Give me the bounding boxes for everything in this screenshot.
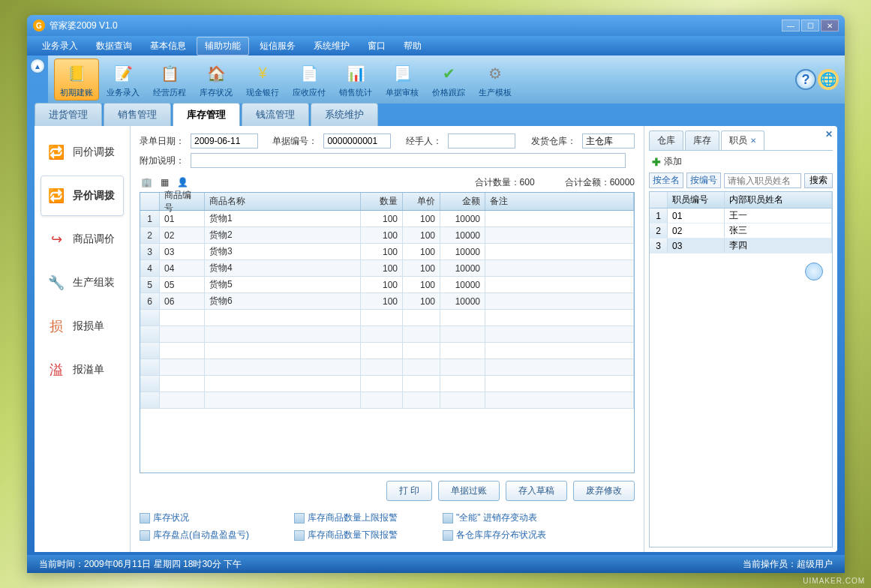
titlebar[interactable]: G 管家婆2009 V1.0 — ☐ ✕ <box>27 15 845 36</box>
sidebar-item-4[interactable]: 损报损单 <box>41 306 124 346</box>
menu-item-1[interactable]: 数据查询 <box>89 38 140 55</box>
col-note[interactable]: 备注 <box>485 193 634 210</box>
add-button[interactable]: ✚ 添加 <box>649 151 833 172</box>
grid-body[interactable]: 101货物110010010000202货物210010010000303货物3… <box>140 211 634 472</box>
tool-库存状况[interactable]: 🏠库存状况 <box>194 58 239 100</box>
menu-item-0[interactable]: 业务录入 <box>35 38 86 55</box>
grid-row[interactable]: 202货物210010010000 <box>140 227 634 244</box>
rp-row[interactable]: 101王一 <box>650 208 832 224</box>
menu-item-3[interactable]: 辅助功能 <box>197 37 249 56</box>
rp-row[interactable]: 303李四 <box>650 238 832 254</box>
grid-row[interactable] <box>140 376 634 392</box>
col-price[interactable]: 单价 <box>403 193 440 210</box>
main-tab-0[interactable]: 进货管理 <box>35 103 102 126</box>
grid-row[interactable]: 606货物610010010000 <box>140 293 634 310</box>
main-tab-2[interactable]: 库存管理 <box>173 103 240 126</box>
rp-col-idx[interactable] <box>650 192 668 208</box>
search-input[interactable] <box>724 173 801 188</box>
menu-item-7[interactable]: 帮助 <box>396 38 429 55</box>
link-item[interactable]: 各仓库库存分布状况表 <box>443 529 546 542</box>
tool-应收应付[interactable]: 📄应收应付 <box>287 58 332 100</box>
main-tab-3[interactable]: 钱流管理 <box>242 103 309 126</box>
person-icon[interactable]: 👤 <box>176 176 189 189</box>
grid-row[interactable] <box>140 359 634 376</box>
col-index[interactable] <box>140 193 160 210</box>
globe-icon[interactable]: 🌐 <box>818 69 839 90</box>
filter-code[interactable]: 按编号 <box>686 172 721 188</box>
cursor-pointer-icon <box>805 262 823 280</box>
link-item[interactable]: 库存商品数量下限报警 <box>294 529 398 542</box>
main-tab-1[interactable]: 销售管理 <box>104 103 171 126</box>
sidebar-item-2[interactable]: ↪商品调价 <box>41 219 124 260</box>
link-item[interactable]: 库存盘点(自动盘盈盘亏) <box>140 529 249 542</box>
col-name[interactable]: 商品名称 <box>205 193 361 210</box>
maximize-button[interactable]: ☐ <box>801 20 819 32</box>
action-废弃修改[interactable]: 废弃修改 <box>573 481 635 501</box>
grid-row[interactable] <box>140 343 634 359</box>
link-item[interactable]: "全能" 进销存变动表 <box>443 512 546 524</box>
warehouse-input[interactable] <box>582 134 635 148</box>
sidebar-item-3[interactable]: 🔧生产组装 <box>41 262 124 303</box>
grid-row[interactable] <box>140 310 634 326</box>
action-存入草稿[interactable]: 存入草稿 <box>506 481 567 501</box>
grid-row[interactable]: 303货物310010010000 <box>140 244 634 260</box>
grid-row[interactable]: 404货物410010010000 <box>140 260 634 277</box>
grid-row[interactable] <box>140 392 634 409</box>
grid-icon-2[interactable]: ▦ <box>158 176 171 189</box>
col-code[interactable]: 商品编号 <box>160 193 205 210</box>
docno-input[interactable] <box>323 134 391 148</box>
action-单据过账[interactable]: 单据过账 <box>438 481 500 501</box>
rp-tab-1[interactable]: 库存 <box>685 130 719 150</box>
menu-item-6[interactable]: 窗口 <box>360 38 393 55</box>
sidebar-item-0[interactable]: 🔁同价调拨 <box>41 132 124 172</box>
main-tab-4[interactable]: 系统维护 <box>311 103 378 126</box>
side-icon: 🔁 <box>47 143 65 161</box>
panel-close-icon[interactable]: ✕ <box>825 129 833 140</box>
status-operator: 当前操作员：超级用户 <box>743 558 833 571</box>
note-input[interactable] <box>191 153 626 168</box>
rp-header: 职员编号 内部职员姓名 <box>650 192 832 208</box>
rp-tab-0[interactable]: 仓库 <box>649 130 683 150</box>
link-item[interactable]: 库存商品数量上限报警 <box>294 512 398 524</box>
tool-销售统计[interactable]: 📊销售统计 <box>333 58 378 100</box>
rp-col-code[interactable]: 职员编号 <box>668 192 725 208</box>
date-input[interactable] <box>191 134 258 148</box>
window-controls: — ☐ ✕ <box>782 20 839 32</box>
tool-经营历程[interactable]: 📋经营历程 <box>147 58 192 100</box>
handler-input[interactable] <box>448 134 515 148</box>
sidebar-item-1[interactable]: 🔁异价调拨 <box>41 176 124 216</box>
col-qty[interactable]: 数量 <box>361 193 403 210</box>
search-button[interactable]: 搜索 <box>804 173 833 188</box>
tool-价格跟踪[interactable]: ✔价格跟踪 <box>426 58 471 100</box>
grid-row[interactable] <box>140 326 634 343</box>
tool-生产模板[interactable]: ⚙生产模板 <box>473 58 518 100</box>
summary: 合计数量：600 合计金额：60000 <box>475 176 635 189</box>
grid-row[interactable]: 101货物110010010000 <box>140 211 634 227</box>
close-button[interactable]: ✕ <box>821 20 839 32</box>
grid-row[interactable]: 505货物510010010000 <box>140 277 634 293</box>
sidebar-item-5[interactable]: 溢报溢单 <box>41 350 124 390</box>
rp-row[interactable]: 202张三 <box>650 224 832 238</box>
menu-item-5[interactable]: 系统维护 <box>306 38 357 55</box>
summary-qty: 合计数量：600 <box>475 176 535 189</box>
action-打 印[interactable]: 打 印 <box>386 481 432 501</box>
tool-初期建账[interactable]: 📒初期建账 <box>54 58 99 100</box>
menu-item-2[interactable]: 基本信息 <box>143 38 194 55</box>
tool-现金银行[interactable]: ¥现金银行 <box>240 58 285 100</box>
rp-tab-2[interactable]: 职员✕ <box>721 130 764 150</box>
grid-icon-1[interactable]: 🏢 <box>140 176 153 189</box>
tool-业务录入[interactable]: 📝业务录入 <box>101 58 146 100</box>
minimize-button[interactable]: — <box>782 20 800 32</box>
link-item[interactable]: 库存状况 <box>140 512 249 524</box>
watermark: UIMAKER.COM <box>803 577 865 585</box>
tool-单据审核[interactable]: 📃单据审核 <box>380 58 425 100</box>
col-amt[interactable]: 金额 <box>440 193 485 210</box>
rp-col-name[interactable]: 内部职员姓名 <box>725 192 832 208</box>
collapse-toolbar-button[interactable]: ▲ <box>30 58 45 74</box>
rp-body[interactable]: 101王一202张三303李四 <box>650 208 832 254</box>
link-icon <box>140 530 150 541</box>
tab-close-icon[interactable]: ✕ <box>750 136 756 145</box>
menu-item-4[interactable]: 短信服务 <box>252 38 303 55</box>
help-icon[interactable]: ? <box>795 69 816 90</box>
filter-fullname[interactable]: 按全名 <box>649 172 683 188</box>
